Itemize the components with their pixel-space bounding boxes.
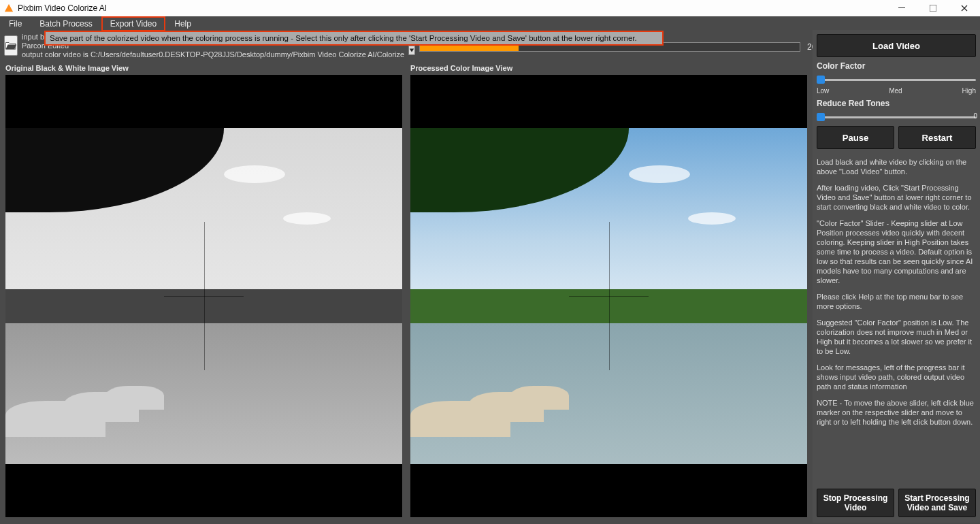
- processed-image-view[interactable]: [410, 75, 807, 517]
- reduce-red-slider[interactable]: 0: [817, 112, 976, 122]
- menu-help[interactable]: Help: [165, 16, 200, 31]
- reduce-red-label: Reduce Red Tones: [817, 99, 976, 108]
- help-p2: After loading video, Click "Start Proces…: [817, 183, 976, 212]
- help-p7: NOTE - To move the above slider, left cl…: [817, 398, 976, 427]
- start-processing-button[interactable]: Start Processing Video and Save: [898, 489, 976, 517]
- right-panel: Load Video Color Factor Low Med High Red…: [813, 30, 980, 523]
- export-video-tooltip: Save part of the colorized video when th…: [44, 31, 664, 46]
- original-image-view[interactable]: [5, 75, 402, 517]
- window-title: Pixbim Video Colorize AI: [18, 3, 886, 13]
- color-factor-label: Color Factor: [817, 61, 976, 71]
- original-image-placeholder: [5, 128, 402, 464]
- svg-rect-1: [930, 5, 936, 12]
- log-line: output color video is C:/Users/defaultus…: [22, 50, 404, 59]
- log-line: parcon_edited_output_cf_low_rt_0.mp4: [22, 59, 404, 60]
- menu-export-video[interactable]: Export Video: [101, 16, 166, 31]
- slider-tick-med: Med: [889, 87, 902, 95]
- slider-tick-low: Low: [817, 87, 829, 95]
- help-p4: Please click Help at the top menu bar to…: [817, 292, 976, 311]
- menu-bar: File Batch Process Export Video Help: [0, 16, 980, 31]
- app-logo-icon: [4, 3, 14, 13]
- color-factor-thumb[interactable]: [817, 76, 825, 84]
- pause-button[interactable]: Pause: [817, 126, 894, 149]
- svg-rect-0: [898, 7, 905, 8]
- menu-batch-process[interactable]: Batch Process: [31, 16, 101, 31]
- original-view-title: Original Black & White Image View: [5, 63, 402, 75]
- load-video-button[interactable]: Load Video: [817, 34, 976, 57]
- restart-button[interactable]: Restart: [898, 126, 976, 149]
- help-p3: "Color Factor" Slider - Keeping slider a…: [817, 218, 976, 285]
- color-factor-ticks: Low Med High: [817, 87, 976, 95]
- processed-image-placeholder: [410, 128, 807, 464]
- open-file-button[interactable]: [4, 35, 18, 56]
- minimize-button[interactable]: [886, 0, 917, 16]
- menu-file[interactable]: File: [0, 16, 31, 31]
- help-p6: Look for messages, left of the progress …: [817, 363, 976, 391]
- reduce-red-thumb[interactable]: [817, 113, 825, 121]
- maximize-button[interactable]: [917, 0, 949, 16]
- help-p5: Suggested "Color Factor" position is Low…: [817, 318, 976, 356]
- slider-tick-high: High: [962, 87, 976, 95]
- help-text: Load black and white video by clicking o…: [817, 157, 976, 433]
- color-factor-slider[interactable]: [817, 75, 976, 84]
- spinner-down-icon[interactable]: [408, 46, 415, 55]
- help-p1: Load black and white video by clicking o…: [817, 157, 976, 176]
- reduce-red-value: 0: [973, 112, 977, 120]
- title-bar: Pixbim Video Colorize AI: [0, 0, 980, 16]
- close-button[interactable]: [949, 0, 980, 16]
- processed-view-title: Processed Color Image View: [410, 63, 807, 75]
- stop-processing-button[interactable]: Stop Processing Video: [817, 489, 894, 517]
